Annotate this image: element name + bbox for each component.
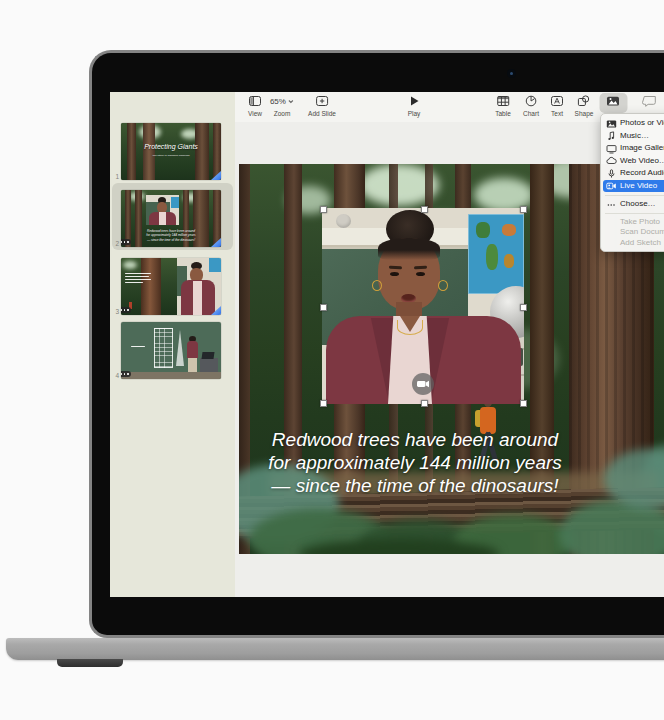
menu-separator	[605, 213, 664, 214]
sidebar-view-icon	[248, 94, 262, 109]
menu-item-choose[interactable]: Choose…	[601, 198, 664, 211]
slide-number-2: 2	[110, 240, 119, 247]
add-slide-button[interactable]: Add Slide	[308, 94, 336, 117]
text-icon	[550, 94, 564, 109]
earring	[372, 280, 382, 291]
shape-icon	[575, 94, 594, 109]
menu-separator	[605, 195, 664, 196]
menu-item-music[interactable]: Music…	[601, 130, 664, 143]
zoom-value: 65%	[270, 97, 286, 106]
thumb2-video-inset	[146, 195, 179, 225]
resize-handle-middle-right[interactable]	[520, 304, 527, 311]
menu-item-image-gallery[interactable]: Image Gallery	[601, 142, 664, 155]
chalk-tree-sketch	[176, 330, 184, 366]
media-badge-icon	[121, 371, 131, 377]
menu-item-web-video[interactable]: Web Video…	[601, 155, 664, 168]
media-button[interactable]	[606, 94, 621, 110]
menu-item-photos-or-video[interactable]: Photos or Video	[601, 117, 664, 130]
slide-thumbnail-3[interactable]	[121, 258, 221, 315]
microphone-icon	[606, 169, 617, 179]
zoom-control[interactable]: 65% Zoom	[270, 94, 294, 117]
play-button[interactable]: Play	[407, 94, 421, 117]
slide-thumbnail-1[interactable]: Protecting Giants The future of Californ…	[121, 123, 221, 180]
menu-item-add-sketch-disabled: Add Sketch	[601, 238, 664, 249]
view-button[interactable]: View	[248, 94, 262, 117]
chart-icon	[523, 94, 539, 109]
thumb1-subtitle: The future of California redwoods	[121, 154, 221, 157]
ellipsis-icon	[606, 200, 617, 210]
slide-number-4: 4	[110, 372, 119, 379]
add-slide-icon	[308, 94, 336, 109]
resize-handle-top-middle[interactable]	[421, 206, 428, 213]
table-icon	[495, 94, 511, 109]
slide-number-3: 3	[110, 308, 119, 315]
text-button[interactable]: Text	[550, 94, 564, 117]
world-map-poster	[468, 214, 524, 294]
web-video-icon	[606, 156, 617, 166]
image-gallery-icon	[606, 144, 617, 154]
live-video-object[interactable]	[322, 208, 524, 404]
photos-icon	[606, 119, 617, 129]
media-photo-icon	[606, 94, 621, 109]
shape-button[interactable]: Shape	[575, 94, 594, 117]
music-icon	[606, 131, 617, 141]
necklace	[397, 320, 423, 335]
chalk-building-sketch	[154, 328, 173, 368]
keynote-window: 1 Protecting Giants The future of Califo…	[110, 92, 664, 597]
chevron-down-icon	[288, 99, 294, 104]
slide-caption-textbox[interactable]: Redwood trees have been around for appro…	[239, 428, 591, 497]
menu-item-record-audio[interactable]: Record Audio	[601, 167, 664, 180]
thumb2-caption-line3: — since the time of the dinosaurs!	[121, 238, 221, 242]
table-button[interactable]: Table	[495, 94, 511, 117]
video-camera-icon	[412, 373, 434, 395]
resize-handle-bottom-left[interactable]	[320, 400, 327, 407]
slide-thumbnail-2-selected[interactable]: Redwood trees have been around for appro…	[121, 190, 221, 247]
thumb1-title: Protecting Giants	[121, 143, 221, 150]
media-dropdown-menu: Photos or Video Music… Image Gallery Web…	[600, 113, 664, 252]
earring	[438, 280, 448, 291]
slide-navigator: 1 Protecting Giants The future of Califo…	[110, 92, 236, 597]
screenshot-stage: 1 Protecting Giants The future of Califo…	[0, 0, 664, 720]
menu-item-scan-documents-disabled: Scan Documents	[601, 227, 664, 238]
wall-clock	[336, 214, 351, 228]
menu-item-take-photo-disabled: Take Photo	[601, 217, 664, 228]
laptop-on-podium	[202, 352, 215, 359]
live-video-feed	[322, 208, 524, 404]
laptop-foot	[57, 659, 123, 667]
comment-bubble-icon	[642, 94, 657, 109]
comment-button[interactable]	[642, 94, 657, 110]
slide-thumbnail-4[interactable]	[121, 322, 221, 379]
caption-line-3: — since the time of the dinosaurs!	[239, 474, 591, 497]
webcam-dot	[507, 69, 516, 78]
caption-line-2: for approximately 144 million years	[239, 451, 591, 474]
resize-handle-bottom-middle[interactable]	[421, 400, 428, 407]
laptop-base	[6, 638, 664, 660]
resize-handle-top-right[interactable]	[520, 206, 527, 213]
resize-handle-bottom-right[interactable]	[520, 400, 527, 407]
play-icon	[407, 94, 421, 109]
slide-number-1: 1	[110, 173, 119, 180]
menu-item-live-video-highlighted[interactable]: Live Video	[603, 180, 664, 193]
caption-line-1: Redwood trees have been around	[239, 428, 591, 451]
resize-handle-middle-left[interactable]	[320, 304, 327, 311]
chart-button[interactable]: Chart	[523, 94, 539, 117]
live-video-camera-icon	[606, 181, 617, 191]
media-badge-icon	[121, 239, 131, 245]
resize-handle-top-left[interactable]	[320, 206, 327, 213]
media-badge-icon	[121, 307, 131, 313]
